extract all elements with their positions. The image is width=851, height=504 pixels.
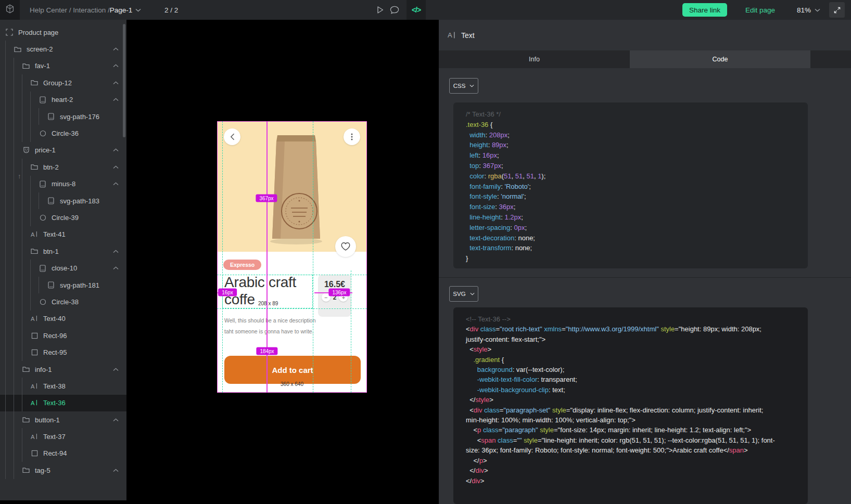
- indent-guide: [14, 445, 22, 462]
- layer-Rect-95[interactable]: Rect-95: [0, 344, 126, 360]
- code-mode-button[interactable]: </>: [407, 0, 426, 20]
- layer-fav-1[interactable]: fav-1: [0, 58, 126, 74]
- app-logo[interactable]: [0, 0, 20, 20]
- indent-guide: [5, 92, 14, 108]
- chevron-up-icon[interactable]: [113, 368, 119, 371]
- more-options-button[interactable]: [344, 128, 360, 145]
- chevron-up-icon[interactable]: [113, 81, 119, 85]
- section-divider: [439, 277, 851, 278]
- layer-label: price-1: [35, 146, 56, 154]
- circle-icon: [39, 213, 47, 222]
- edit-page-link[interactable]: Edit page: [745, 6, 775, 14]
- layer-svg-path-176[interactable]: svg-path-176: [0, 108, 126, 125]
- expand-icon: [833, 6, 841, 14]
- code-line: -webkit-background-clip: text;: [466, 385, 795, 395]
- layer-Rect-94[interactable]: Rect-94: [0, 445, 126, 462]
- layer-close-10[interactable]: close-10: [0, 260, 126, 276]
- indent-guide: [5, 428, 14, 445]
- add-to-cart-button[interactable]: Add to cart: [224, 356, 361, 384]
- layer-Text-41[interactable]: AText-41: [0, 226, 126, 243]
- mockup-product-page: Expresso Arabic craft coffe Well, this s…: [217, 121, 367, 393]
- layer-Text-36[interactable]: AText-36: [0, 395, 126, 411]
- chevron-up-icon[interactable]: [113, 418, 119, 422]
- layer-Rect-96[interactable]: Rect-96: [0, 327, 126, 344]
- chevron-down-icon[interactable]: [135, 8, 141, 12]
- layer-tag-5[interactable]: tag-5: [0, 462, 126, 479]
- layer-svg-path-181[interactable]: svg-path-181: [0, 277, 126, 293]
- code-line: left: 16px;: [466, 150, 795, 161]
- chevron-down-icon: [815, 8, 820, 12]
- indent-guide: [14, 327, 22, 344]
- sidebar-scrollbar[interactable]: [123, 24, 125, 137]
- layer-screen-2[interactable]: screen-2: [0, 41, 126, 57]
- chevron-up-icon[interactable]: [113, 47, 119, 51]
- layer-Group-12[interactable]: Group-12: [0, 74, 126, 91]
- svg-text:A: A: [31, 383, 35, 390]
- layer-btn-1[interactable]: btn-1: [0, 243, 126, 260]
- indent-guide: [30, 125, 39, 141]
- code-line: size: 36px; font-family: Roboto; font-st…: [466, 445, 795, 455]
- layer-label: Circle-39: [52, 214, 79, 222]
- text-layer-icon: A: [448, 31, 456, 39]
- play-icon: [376, 6, 384, 14]
- indent-guide: [5, 125, 14, 141]
- chevron-up-icon[interactable]: [113, 250, 119, 253]
- code-line: <!-- Text-36 -->: [466, 314, 795, 324]
- indent-guide: [14, 209, 22, 226]
- layer-Text-38[interactable]: AText-38: [0, 378, 126, 394]
- layer-Circle-38[interactable]: Circle-38: [0, 293, 126, 310]
- layer-Text-40[interactable]: AText-40: [0, 311, 126, 327]
- favorite-button[interactable]: [335, 236, 356, 257]
- indent-guide: [14, 378, 22, 394]
- guide-line-horizontal-bottom: [217, 308, 367, 309]
- comments-button[interactable]: [387, 0, 402, 20]
- indent-guide: [5, 311, 14, 327]
- file-icon: [47, 197, 55, 205]
- chevron-up-icon[interactable]: [113, 182, 119, 186]
- layer-Product page[interactable]: Product page: [0, 24, 126, 41]
- chevron-up-icon[interactable]: [113, 469, 119, 472]
- back-button[interactable]: [224, 128, 240, 145]
- breadcrumb[interactable]: Help Center / Interaction / Page-1: [30, 0, 141, 20]
- play-button[interactable]: [373, 0, 387, 20]
- chevron-up-icon[interactable]: [113, 266, 119, 270]
- indent-guide: [39, 192, 47, 209]
- tab-info[interactable]: Info: [439, 50, 630, 68]
- chevron-up-icon[interactable]: [113, 148, 119, 152]
- layer-info-1[interactable]: info-1: [0, 361, 126, 378]
- text-icon: A: [30, 230, 39, 239]
- tab-code[interactable]: Code: [630, 50, 810, 68]
- indent-guide: [30, 260, 39, 276]
- layer-Text-37[interactable]: AText-37: [0, 428, 126, 445]
- layer-label: svg-path-181: [60, 281, 99, 289]
- layer-button-1[interactable]: button-1: [0, 411, 126, 428]
- share-link-button[interactable]: Share link: [682, 3, 727, 17]
- svg-format-dropdown[interactable]: SVG: [449, 286, 478, 302]
- indent-guide: [22, 344, 30, 360]
- layer-price-1[interactable]: price-1: [0, 142, 126, 159]
- chevron-up-icon[interactable]: [113, 64, 119, 68]
- css-format-dropdown[interactable]: CSS: [449, 78, 478, 94]
- file-icon: [39, 180, 47, 188]
- layer-label: Circle-38: [52, 298, 79, 306]
- fullscreen-button[interactable]: [829, 2, 845, 18]
- css-format-value: CSS: [453, 83, 466, 89]
- price-value: 16.5€: [324, 280, 345, 289]
- layer-label: btn-2: [43, 163, 59, 171]
- code-line: text-transform: none;: [466, 243, 795, 253]
- indent-guide: [14, 243, 22, 260]
- indent-guide: [22, 293, 30, 310]
- layer-label: button-1: [35, 416, 60, 424]
- layer-Circle-36[interactable]: Circle-36: [0, 125, 126, 141]
- chevron-up-icon[interactable]: [113, 165, 119, 169]
- code-line: -webkit-text-fill-color: transparent;: [466, 374, 795, 384]
- zoom-level-dropdown[interactable]: 81%: [797, 6, 820, 14]
- chevron-left-icon: [230, 133, 235, 140]
- chevron-up-icon[interactable]: [113, 98, 119, 101]
- layer-svg-path-183[interactable]: svg-path-183: [0, 192, 126, 209]
- indent-guide: [22, 192, 30, 209]
- arrow-up-indicator: ↑: [18, 172, 21, 180]
- code-line: font-style: 'normal';: [466, 191, 795, 202]
- layer-Circle-39[interactable]: Circle-39: [0, 209, 126, 226]
- layer-heart-2[interactable]: heart-2: [0, 92, 126, 108]
